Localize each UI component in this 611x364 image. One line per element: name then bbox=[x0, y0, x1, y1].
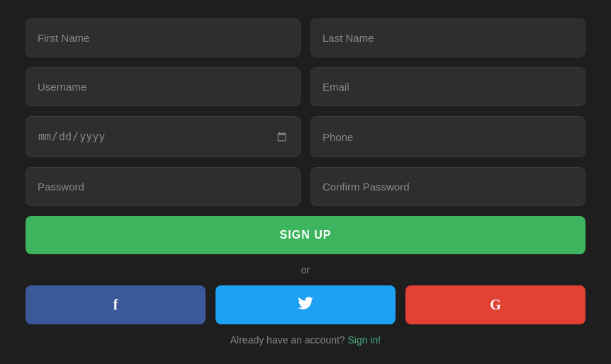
phone-input[interactable] bbox=[310, 116, 585, 157]
username-input[interactable] bbox=[26, 67, 301, 106]
last-name-input[interactable] bbox=[310, 18, 585, 57]
google-button[interactable]: G bbox=[405, 285, 585, 324]
username-email-row bbox=[26, 67, 585, 106]
password-row bbox=[26, 167, 585, 206]
facebook-icon: f bbox=[113, 297, 118, 313]
confirm-password-input[interactable] bbox=[310, 167, 585, 206]
sign-in-link[interactable]: Sign in! bbox=[348, 334, 381, 346]
date-input[interactable] bbox=[26, 116, 301, 157]
twitter-button[interactable] bbox=[215, 285, 396, 324]
password-input[interactable] bbox=[26, 167, 301, 206]
facebook-button[interactable]: f bbox=[26, 285, 206, 324]
date-phone-row bbox=[26, 116, 585, 157]
social-buttons-row: f G bbox=[26, 285, 585, 324]
sign-in-text: Already have an account? Sign in! bbox=[26, 334, 585, 346]
email-input[interactable] bbox=[310, 67, 585, 106]
twitter-icon bbox=[298, 297, 313, 313]
name-row bbox=[26, 18, 585, 57]
registration-form: SIGN UP or f G Already have an account? … bbox=[26, 18, 585, 346]
or-divider: or bbox=[26, 264, 585, 275]
sign-up-button[interactable]: SIGN UP bbox=[26, 216, 585, 254]
first-name-input[interactable] bbox=[26, 18, 301, 57]
google-icon: G bbox=[490, 297, 501, 313]
